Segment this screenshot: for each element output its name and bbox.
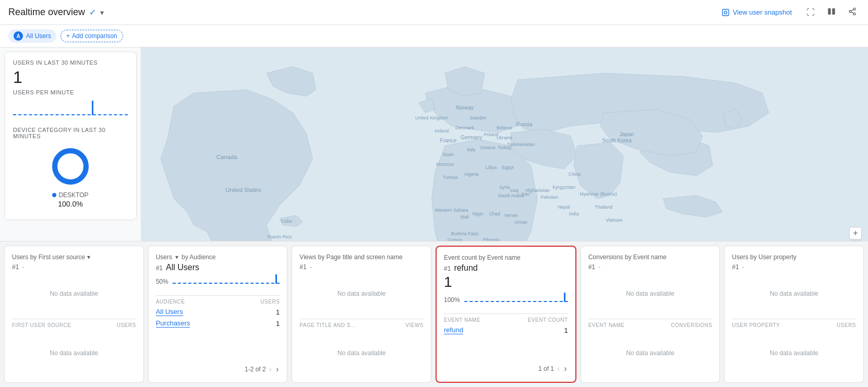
svg-text:Spain: Spain <box>442 152 454 157</box>
card-4-sparkline <box>464 292 568 304</box>
card-4-percent: 100% <box>444 296 460 304</box>
card-2-row-1-label[interactable]: Purchasers <box>156 319 190 328</box>
svg-text:Kyrgyzstan: Kyrgyzstan <box>552 185 575 190</box>
compare-svg <box>827 7 836 16</box>
card-2-divider <box>156 295 280 296</box>
donut-section: DESKTOP 100.0% <box>13 141 128 212</box>
device-percent: 100.0% <box>58 200 82 208</box>
card-6-col-headers: USER PROPERTY USERS <box>732 322 856 328</box>
donut-svg <box>50 146 91 187</box>
svg-line-7 <box>851 12 854 14</box>
card-3-rank-value: - <box>310 263 312 271</box>
dropdown-arrow-icon[interactable]: ▾ <box>87 253 90 261</box>
dropdown-arrow-2-icon[interactable]: ▾ <box>175 253 178 261</box>
page-wrapper: Realtime overview ✓ ▾ View user snapshot… <box>0 0 868 387</box>
card-6-no-data-rows: No data available <box>732 331 856 375</box>
expand-icon[interactable]: ⛶ <box>803 5 818 20</box>
card-4-next-button[interactable]: › <box>563 363 568 374</box>
device-category-label: DEVICE CATEGORY IN LAST 30 MINUTES <box>13 127 128 139</box>
svg-text:Morocco: Morocco <box>436 162 454 167</box>
svg-text:Sweden: Sweden <box>469 115 486 120</box>
svg-line-8 <box>851 9 854 11</box>
svg-text:Libya: Libya <box>486 165 497 170</box>
svg-text:Chad: Chad <box>489 211 500 216</box>
svg-text:Pakistan: Pakistan <box>540 195 558 200</box>
card-5-divider <box>588 319 713 319</box>
svg-rect-2 <box>828 8 830 15</box>
card-2-next-button[interactable]: › <box>275 364 280 375</box>
users-30min-card: USERS IN LAST 30 MINUTES 1 USERS PER MIN… <box>4 52 137 220</box>
svg-text:Canada: Canada <box>216 154 238 160</box>
card-4-main-value: 1 <box>444 274 568 291</box>
svg-text:South Korea: South Korea <box>602 138 632 143</box>
card-conversions: Conversions by Event name #1 - No data a… <box>581 246 720 383</box>
svg-text:Thailand: Thailand <box>595 204 612 210</box>
sparkline <box>13 100 128 120</box>
header-right: View user snapshot ⛶ <box>716 4 860 21</box>
users-per-minute-label: USERS PER MINUTE <box>13 89 128 95</box>
svg-text:India: India <box>569 211 578 216</box>
card-4-footer: 1 of 1 ‹ › <box>444 363 568 374</box>
svg-text:Myanmar (Burma): Myanmar (Burma) <box>580 191 617 197</box>
card-5-rank-value: - <box>598 263 600 271</box>
filters-bar: A All Users + Add comparison <box>0 25 868 47</box>
all-users-label: All Users <box>26 32 51 40</box>
svg-text:Yemen: Yemen <box>504 213 518 218</box>
sparkline-bar <box>92 101 93 115</box>
donut-dot-desktop <box>52 193 56 197</box>
user-avatar: A <box>14 31 23 41</box>
svg-text:Italy: Italy <box>467 147 476 152</box>
card-1-no-data-rows: No data available <box>12 331 136 375</box>
svg-text:Greece: Greece <box>480 145 496 150</box>
card-2-row-0: All Users 1 <box>156 308 280 316</box>
card-user-property: Users by User property #1 - No data avai… <box>724 246 864 383</box>
card-4-col-headers: EVENT NAME EVENT COUNT <box>444 317 568 323</box>
card-2-row-0-value: 1 <box>276 308 280 316</box>
card-3-rank-label: #1 <box>299 263 306 271</box>
card-event-count: Event count by Event name #1 refund 1 10… <box>436 246 576 383</box>
add-comparison-button[interactable]: + Add comparison <box>61 30 123 42</box>
map-zoom-in-button[interactable]: + <box>849 227 862 239</box>
card-2-prev-button[interactable]: ‹ <box>268 364 273 375</box>
card-2-rank-value: All Users <box>166 263 199 272</box>
svg-text:Algeria: Algeria <box>464 172 479 177</box>
header-dropdown-icon[interactable]: ▾ <box>100 8 104 17</box>
card-1-divider <box>12 319 136 319</box>
card-2-row-0-label[interactable]: All Users <box>156 308 183 316</box>
view-snapshot-button[interactable]: View user snapshot <box>716 5 797 20</box>
svg-text:Norway: Norway <box>456 105 474 111</box>
card-5-title: Conversions by Event name <box>588 253 713 261</box>
svg-text:Oman: Oman <box>515 220 527 225</box>
card-4-prev-button[interactable]: ‹ <box>556 363 561 374</box>
compare-icon[interactable] <box>824 4 839 21</box>
card-2-row-1-value: 1 <box>276 320 280 328</box>
card-6-no-data-top: No data available <box>732 272 856 316</box>
users-30min-value: 1 <box>13 68 128 87</box>
svg-point-10 <box>55 151 86 182</box>
svg-text:Mali: Mali <box>461 214 469 220</box>
svg-rect-3 <box>832 8 835 15</box>
card-4-rank-value: refund <box>454 263 477 273</box>
card-2-footer: 1-2 of 2 ‹ › <box>156 364 280 375</box>
header-title: Realtime overview <box>8 7 85 18</box>
svg-text:Iraq: Iraq <box>510 188 518 193</box>
share-icon[interactable] <box>845 4 860 21</box>
card-4-row-0-label[interactable]: refund <box>444 326 463 334</box>
add-comparison-label: Add comparison <box>72 32 117 40</box>
add-icon: + <box>66 32 70 40</box>
all-users-filter[interactable]: A All Users <box>8 29 56 43</box>
share-svg <box>848 7 857 16</box>
svg-text:Egypt: Egypt <box>502 165 514 170</box>
svg-text:France: France <box>440 138 457 143</box>
card-6-title: Users by User property <box>732 253 856 261</box>
svg-text:Puerto Rico: Puerto Rico <box>268 234 292 239</box>
card-2-dashed-line <box>173 283 280 284</box>
svg-text:Niger: Niger <box>473 211 484 216</box>
card-3-no-data-top: No data available <box>299 272 424 316</box>
card-4-pagination: 1 of 1 <box>538 365 554 372</box>
card-page-title: Views by Page title and screen name #1 -… <box>292 246 431 383</box>
svg-point-6 <box>853 13 855 15</box>
device-legend-label: DESKTOP <box>58 191 88 199</box>
svg-text:Vietnam: Vietnam <box>606 217 622 223</box>
view-snapshot-label: View user snapshot <box>733 8 792 16</box>
